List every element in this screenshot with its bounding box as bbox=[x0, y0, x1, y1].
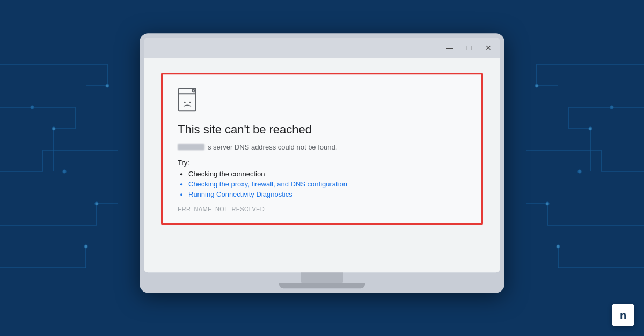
svg-point-39 bbox=[546, 202, 549, 205]
svg-point-40 bbox=[557, 245, 560, 248]
try-list: Checking the connection Checking the pro… bbox=[178, 170, 466, 198]
list-item-proxy[interactable]: Checking the proxy, firewall, and DNS co… bbox=[188, 180, 466, 188]
close-button[interactable]: ✕ bbox=[483, 42, 494, 53]
logo-text: n bbox=[620, 309, 626, 322]
svg-point-49 bbox=[189, 101, 191, 103]
error-subtitle: s server DNS address could not be found. bbox=[178, 143, 466, 151]
svg-point-42 bbox=[578, 170, 581, 173]
maximize-button[interactable]: □ bbox=[464, 42, 474, 53]
svg-point-19 bbox=[84, 245, 87, 248]
browser-content: This site can't be reached s server DNS … bbox=[144, 58, 500, 272]
error-title: This site can't be reached bbox=[178, 123, 466, 137]
error-box: This site can't be reached s server DNS … bbox=[161, 73, 483, 225]
monitor-screen: — □ ✕ bbox=[144, 38, 500, 272]
svg-point-21 bbox=[63, 170, 66, 173]
minimize-button[interactable]: — bbox=[444, 42, 455, 53]
monitor: — □ ✕ bbox=[140, 33, 504, 293]
list-item-diagnostics[interactable]: Running Connectivity Diagnostics bbox=[188, 190, 466, 198]
svg-point-18 bbox=[95, 202, 98, 205]
svg-point-48 bbox=[184, 101, 186, 103]
svg-point-16 bbox=[106, 84, 109, 87]
error-code: ERR_NAME_NOT_RESOLVED bbox=[178, 206, 466, 212]
svg-point-37 bbox=[535, 84, 538, 87]
svg-point-38 bbox=[589, 127, 592, 130]
logo-badge: n bbox=[612, 304, 634, 326]
sad-page-icon bbox=[178, 87, 201, 114]
svg-point-41 bbox=[610, 106, 613, 109]
try-label: Try: bbox=[178, 159, 466, 167]
blurred-url bbox=[178, 144, 204, 150]
monitor-base bbox=[279, 283, 365, 288]
svg-point-17 bbox=[52, 127, 55, 130]
list-item: Checking the connection bbox=[188, 170, 466, 178]
monitor-stand bbox=[301, 272, 343, 283]
svg-point-20 bbox=[31, 106, 34, 109]
window-titlebar: — □ ✕ bbox=[144, 38, 500, 58]
